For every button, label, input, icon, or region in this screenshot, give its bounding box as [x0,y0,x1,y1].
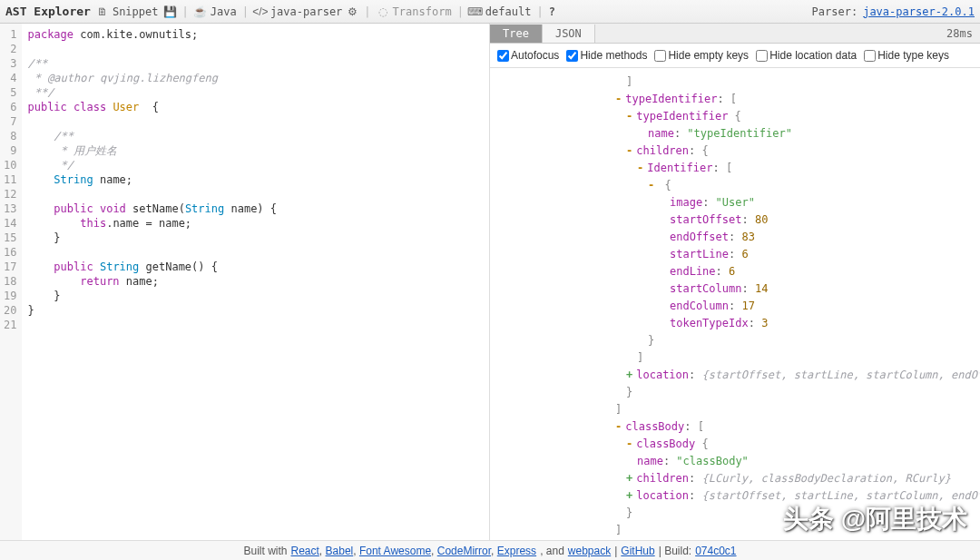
check-autofocus[interactable]: Autofocus [497,49,559,62]
toggle-icon: ◌ [377,5,389,18]
parse-timing: 28ms [939,27,980,40]
footer-link[interactable]: React [291,545,319,557]
tree-node[interactable]: +children: {LCurly, classBodyDeclaration… [495,470,971,487]
check-hide-empty[interactable]: Hide empty keys [654,49,749,62]
footer-link[interactable]: CodeMirror [437,545,491,557]
check-hide-type[interactable]: Hide type keys [864,49,949,62]
tree-node[interactable]: } [495,332,971,349]
code-editor-panel[interactable]: 123456789101112131415161718192021 packag… [0,24,490,540]
transform-button[interactable]: ◌Transform [377,5,452,18]
tree-node[interactable]: - { [495,177,971,194]
footer-link-webpack[interactable]: webpack [568,545,611,557]
language-button[interactable]: ☕Java [194,5,237,18]
footer-link-github[interactable]: GitHub [621,545,654,557]
collapse-icon[interactable]: - [626,437,632,450]
tab-json[interactable]: JSON [543,25,595,43]
footer-commit-link[interactable]: 074c0c1 [695,545,736,557]
footer-link[interactable]: Express [497,545,536,557]
app-title: AST Explorer [5,5,91,18]
tree-node[interactable]: } [495,384,971,401]
collapse-icon[interactable]: - [626,144,632,157]
parser-info-label: Parser: [812,5,858,18]
tree-node[interactable]: startLine: 6 [495,246,971,263]
parser-button[interactable]: </>java-parser⚙ [254,5,358,18]
tree-node[interactable]: +location: {startOffset, startLine, star… [495,487,971,505]
code-icon: </> [254,5,267,18]
collapse-icon[interactable]: - [637,162,643,174]
footer: Built with React, Babel, Font Awesome, C… [0,540,980,560]
save-icon[interactable]: 💾 [164,5,177,18]
collapse-icon[interactable]: - [615,420,622,433]
tree-node[interactable]: name: "typeIdentifier" [495,125,971,142]
check-hide-methods[interactable]: Hide methods [566,49,647,62]
output-tabs: Tree JSON 28ms [490,24,980,44]
tree-options: Autofocus Hide methods Hide empty keys H… [490,44,980,68]
expand-icon[interactable]: + [626,472,632,485]
tree-node[interactable]: startOffset: 80 [495,211,971,229]
tree-node[interactable]: tokenTypeIdx: 3 [495,315,971,332]
snippet-button[interactable]: 🗎Snippet [96,5,159,18]
toolbar: AST Explorer 🗎Snippet 💾 | ☕Java | </>jav… [0,0,980,24]
footer-link[interactable]: Babel [326,545,354,557]
tree-node[interactable]: -classBody: [ [495,418,971,436]
java-icon: ☕ [194,5,207,18]
expand-icon[interactable]: + [626,368,632,381]
collapse-icon[interactable]: - [626,110,632,123]
tree-node[interactable]: -typeIdentifier { [495,108,971,125]
tree-node[interactable]: endColumn: 17 [495,298,971,315]
tab-tree[interactable]: Tree [490,25,543,43]
collapse-icon[interactable]: - [615,93,622,105]
keyboard-icon: ⌨ [469,5,482,18]
tree-node[interactable]: ] [495,74,971,91]
tree-node[interactable]: } [495,505,971,522]
tree-node[interactable]: -Identifier: [ [495,160,971,177]
footer-link[interactable]: Font Awesome [359,545,431,557]
parser-version-link[interactable]: java-parser-2.0.1 [863,5,975,18]
code-content[interactable]: package com.kite.ownutils; /** * @author… [22,24,282,540]
ast-tree[interactable]: ]-typeIdentifier: [-typeIdentifier {name… [490,68,980,540]
tree-node[interactable]: image: "User" [495,194,971,211]
tree-node[interactable]: name: "classBody" [495,453,971,470]
tree-node[interactable]: ] [495,349,971,367]
default-button[interactable]: ⌨default [469,5,532,18]
main-split: 123456789101112131415161718192021 packag… [0,24,980,540]
output-panel: Tree JSON 28ms Autofocus Hide methods Hi… [490,24,980,540]
help-button[interactable]: ? [549,5,555,18]
gear-icon[interactable]: ⚙ [346,5,358,18]
tree-node[interactable]: -children: { [495,142,971,160]
tree-node[interactable]: ] [495,401,971,418]
check-hide-location[interactable]: Hide location data [756,49,857,62]
collapse-icon[interactable]: - [648,179,654,192]
file-icon: 🗎 [96,5,109,18]
line-gutter: 123456789101112131415161718192021 [0,24,22,540]
tree-node[interactable]: -typeIdentifier: [ [495,91,971,108]
expand-icon[interactable]: + [626,489,632,502]
tree-node[interactable]: endLine: 6 [495,263,971,280]
tree-node[interactable]: startColumn: 14 [495,280,971,298]
tree-node[interactable]: -classBody { [495,436,971,453]
tree-node[interactable]: +location: {startOffset, startLine, star… [495,367,971,384]
tree-node[interactable]: endOffset: 83 [495,229,971,246]
tree-node[interactable]: ] [495,522,971,539]
